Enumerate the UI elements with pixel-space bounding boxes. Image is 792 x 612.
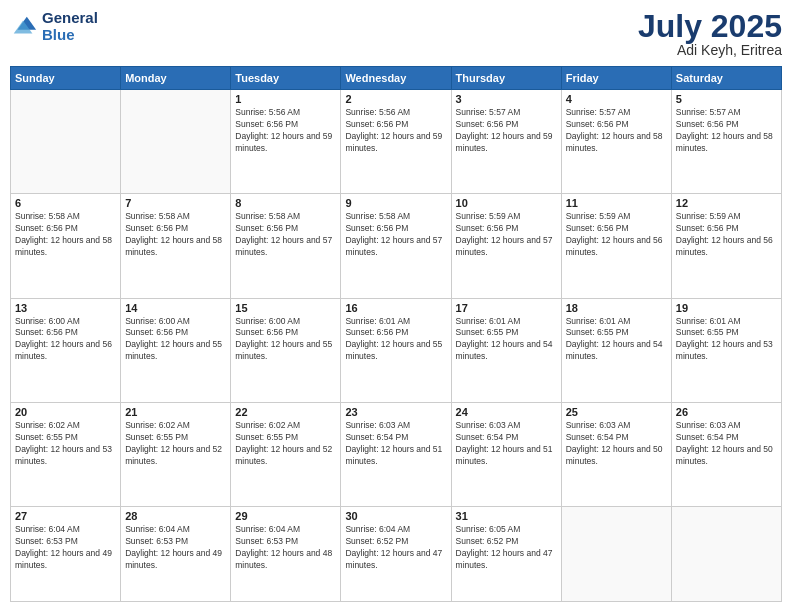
day-info: Sunrise: 6:01 AMSunset: 6:56 PMDaylight:… — [345, 316, 446, 364]
day-number: 4 — [566, 93, 667, 105]
title-block: July 2025 Adi Keyh, Eritrea — [638, 10, 782, 58]
week-row-1: 1Sunrise: 5:56 AMSunset: 6:56 PMDaylight… — [11, 90, 782, 194]
day-cell — [11, 90, 121, 194]
day-cell: 24Sunrise: 6:03 AMSunset: 6:54 PMDayligh… — [451, 402, 561, 506]
header: General Blue July 2025 Adi Keyh, Eritrea — [10, 10, 782, 58]
day-number: 13 — [15, 302, 116, 314]
day-number: 8 — [235, 197, 336, 209]
calendar-table: SundayMondayTuesdayWednesdayThursdayFrid… — [10, 66, 782, 602]
day-cell: 17Sunrise: 6:01 AMSunset: 6:55 PMDayligh… — [451, 298, 561, 402]
day-number: 28 — [125, 510, 226, 522]
day-cell: 25Sunrise: 6:03 AMSunset: 6:54 PMDayligh… — [561, 402, 671, 506]
day-info: Sunrise: 6:03 AMSunset: 6:54 PMDaylight:… — [676, 420, 777, 468]
day-cell: 23Sunrise: 6:03 AMSunset: 6:54 PMDayligh… — [341, 402, 451, 506]
day-cell — [121, 90, 231, 194]
day-info: Sunrise: 6:01 AMSunset: 6:55 PMDaylight:… — [676, 316, 777, 364]
day-cell: 31Sunrise: 6:05 AMSunset: 6:52 PMDayligh… — [451, 507, 561, 602]
day-info: Sunrise: 6:02 AMSunset: 6:55 PMDaylight:… — [15, 420, 116, 468]
week-row-4: 20Sunrise: 6:02 AMSunset: 6:55 PMDayligh… — [11, 402, 782, 506]
day-number: 20 — [15, 406, 116, 418]
day-info: Sunrise: 5:59 AMSunset: 6:56 PMDaylight:… — [676, 211, 777, 259]
column-header-friday: Friday — [561, 67, 671, 90]
day-number: 6 — [15, 197, 116, 209]
day-number: 3 — [456, 93, 557, 105]
week-row-2: 6Sunrise: 5:58 AMSunset: 6:56 PMDaylight… — [11, 194, 782, 298]
logo: General Blue — [10, 10, 98, 43]
day-cell: 21Sunrise: 6:02 AMSunset: 6:55 PMDayligh… — [121, 402, 231, 506]
day-info: Sunrise: 5:57 AMSunset: 6:56 PMDaylight:… — [456, 107, 557, 155]
day-info: Sunrise: 5:59 AMSunset: 6:56 PMDaylight:… — [456, 211, 557, 259]
day-info: Sunrise: 5:57 AMSunset: 6:56 PMDaylight:… — [566, 107, 667, 155]
day-info: Sunrise: 5:58 AMSunset: 6:56 PMDaylight:… — [235, 211, 336, 259]
logo-icon — [10, 13, 38, 41]
logo-text: General Blue — [42, 10, 98, 43]
day-info: Sunrise: 6:01 AMSunset: 6:55 PMDaylight:… — [456, 316, 557, 364]
day-number: 17 — [456, 302, 557, 314]
day-cell: 20Sunrise: 6:02 AMSunset: 6:55 PMDayligh… — [11, 402, 121, 506]
day-number: 24 — [456, 406, 557, 418]
day-number: 11 — [566, 197, 667, 209]
column-header-thursday: Thursday — [451, 67, 561, 90]
day-cell: 18Sunrise: 6:01 AMSunset: 6:55 PMDayligh… — [561, 298, 671, 402]
day-cell: 14Sunrise: 6:00 AMSunset: 6:56 PMDayligh… — [121, 298, 231, 402]
day-info: Sunrise: 5:58 AMSunset: 6:56 PMDaylight:… — [125, 211, 226, 259]
day-cell: 22Sunrise: 6:02 AMSunset: 6:55 PMDayligh… — [231, 402, 341, 506]
day-info: Sunrise: 5:56 AMSunset: 6:56 PMDaylight:… — [345, 107, 446, 155]
day-cell: 15Sunrise: 6:00 AMSunset: 6:56 PMDayligh… — [231, 298, 341, 402]
day-number: 10 — [456, 197, 557, 209]
day-info: Sunrise: 5:59 AMSunset: 6:56 PMDaylight:… — [566, 211, 667, 259]
day-number: 29 — [235, 510, 336, 522]
day-cell: 1Sunrise: 5:56 AMSunset: 6:56 PMDaylight… — [231, 90, 341, 194]
day-number: 1 — [235, 93, 336, 105]
day-info: Sunrise: 6:05 AMSunset: 6:52 PMDaylight:… — [456, 524, 557, 572]
day-info: Sunrise: 6:02 AMSunset: 6:55 PMDaylight:… — [235, 420, 336, 468]
day-info: Sunrise: 6:04 AMSunset: 6:53 PMDaylight:… — [235, 524, 336, 572]
day-info: Sunrise: 5:58 AMSunset: 6:56 PMDaylight:… — [345, 211, 446, 259]
week-row-5: 27Sunrise: 6:04 AMSunset: 6:53 PMDayligh… — [11, 507, 782, 602]
column-header-tuesday: Tuesday — [231, 67, 341, 90]
day-cell: 13Sunrise: 6:00 AMSunset: 6:56 PMDayligh… — [11, 298, 121, 402]
day-info: Sunrise: 5:58 AMSunset: 6:56 PMDaylight:… — [15, 211, 116, 259]
column-header-sunday: Sunday — [11, 67, 121, 90]
day-number: 31 — [456, 510, 557, 522]
day-number: 2 — [345, 93, 446, 105]
day-info: Sunrise: 6:00 AMSunset: 6:56 PMDaylight:… — [15, 316, 116, 364]
day-info: Sunrise: 6:03 AMSunset: 6:54 PMDaylight:… — [456, 420, 557, 468]
day-number: 22 — [235, 406, 336, 418]
header-row: SundayMondayTuesdayWednesdayThursdayFrid… — [11, 67, 782, 90]
day-cell: 7Sunrise: 5:58 AMSunset: 6:56 PMDaylight… — [121, 194, 231, 298]
day-number: 19 — [676, 302, 777, 314]
day-info: Sunrise: 6:00 AMSunset: 6:56 PMDaylight:… — [125, 316, 226, 364]
column-header-saturday: Saturday — [671, 67, 781, 90]
day-number: 14 — [125, 302, 226, 314]
column-header-wednesday: Wednesday — [341, 67, 451, 90]
day-info: Sunrise: 6:03 AMSunset: 6:54 PMDaylight:… — [566, 420, 667, 468]
day-cell: 28Sunrise: 6:04 AMSunset: 6:53 PMDayligh… — [121, 507, 231, 602]
day-number: 12 — [676, 197, 777, 209]
page: General Blue July 2025 Adi Keyh, Eritrea… — [0, 0, 792, 612]
day-cell: 27Sunrise: 6:04 AMSunset: 6:53 PMDayligh… — [11, 507, 121, 602]
day-info: Sunrise: 5:57 AMSunset: 6:56 PMDaylight:… — [676, 107, 777, 155]
day-cell — [671, 507, 781, 602]
location-subtitle: Adi Keyh, Eritrea — [638, 42, 782, 58]
day-cell: 11Sunrise: 5:59 AMSunset: 6:56 PMDayligh… — [561, 194, 671, 298]
day-info: Sunrise: 6:04 AMSunset: 6:53 PMDaylight:… — [125, 524, 226, 572]
day-cell: 3Sunrise: 5:57 AMSunset: 6:56 PMDaylight… — [451, 90, 561, 194]
day-number: 27 — [15, 510, 116, 522]
day-cell: 8Sunrise: 5:58 AMSunset: 6:56 PMDaylight… — [231, 194, 341, 298]
day-number: 21 — [125, 406, 226, 418]
day-cell: 6Sunrise: 5:58 AMSunset: 6:56 PMDaylight… — [11, 194, 121, 298]
day-cell: 4Sunrise: 5:57 AMSunset: 6:56 PMDaylight… — [561, 90, 671, 194]
day-number: 7 — [125, 197, 226, 209]
day-number: 5 — [676, 93, 777, 105]
day-info: Sunrise: 5:56 AMSunset: 6:56 PMDaylight:… — [235, 107, 336, 155]
day-info: Sunrise: 6:02 AMSunset: 6:55 PMDaylight:… — [125, 420, 226, 468]
day-info: Sunrise: 6:04 AMSunset: 6:52 PMDaylight:… — [345, 524, 446, 572]
day-number: 15 — [235, 302, 336, 314]
week-row-3: 13Sunrise: 6:00 AMSunset: 6:56 PMDayligh… — [11, 298, 782, 402]
day-cell: 9Sunrise: 5:58 AMSunset: 6:56 PMDaylight… — [341, 194, 451, 298]
day-cell: 30Sunrise: 6:04 AMSunset: 6:52 PMDayligh… — [341, 507, 451, 602]
day-cell — [561, 507, 671, 602]
day-info: Sunrise: 6:04 AMSunset: 6:53 PMDaylight:… — [15, 524, 116, 572]
day-number: 9 — [345, 197, 446, 209]
